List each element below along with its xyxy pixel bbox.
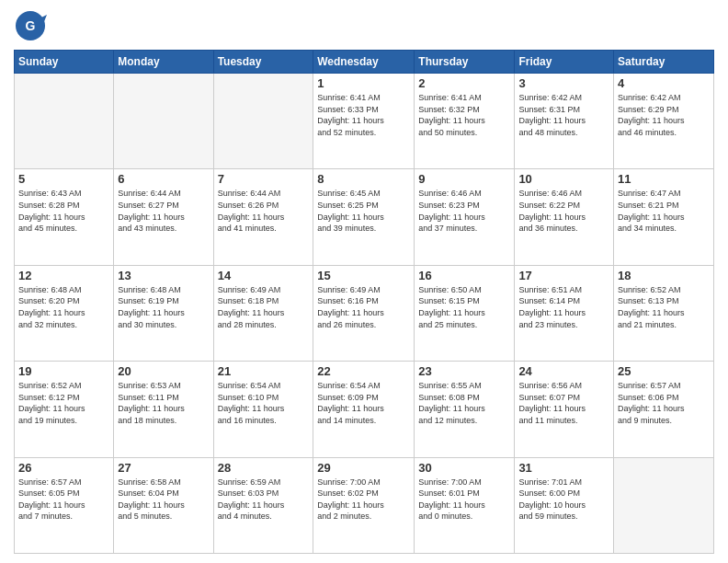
calendar-cell: 13Sunrise: 6:48 AM Sunset: 6:19 PM Dayli… (114, 265, 213, 361)
calendar-cell: 19Sunrise: 6:52 AM Sunset: 6:12 PM Dayli… (15, 362, 114, 457)
week-row-4: 26Sunrise: 6:57 AM Sunset: 6:05 PM Dayli… (15, 457, 714, 553)
week-row-1: 5Sunrise: 6:43 AM Sunset: 6:28 PM Daylig… (15, 169, 714, 265)
day-number: 15 (317, 269, 410, 282)
calendar-cell: 26Sunrise: 6:57 AM Sunset: 6:05 PM Dayli… (15, 457, 114, 553)
calendar-cell: 11Sunrise: 6:47 AM Sunset: 6:21 PM Dayli… (614, 169, 714, 265)
day-number: 30 (418, 461, 510, 475)
day-info: Sunrise: 6:48 AM Sunset: 6:19 PM Dayligh… (118, 284, 209, 330)
day-info: Sunrise: 6:56 AM Sunset: 6:07 PM Dayligh… (518, 380, 609, 426)
calendar-cell: 2Sunrise: 6:41 AM Sunset: 6:32 PM Daylig… (415, 74, 515, 169)
day-info: Sunrise: 6:49 AM Sunset: 6:18 PM Dayligh… (218, 284, 310, 330)
day-info: Sunrise: 6:57 AM Sunset: 6:06 PM Dayligh… (618, 380, 710, 426)
week-row-0: 1Sunrise: 6:41 AM Sunset: 6:33 PM Daylig… (15, 74, 714, 169)
day-number: 5 (18, 172, 109, 186)
calendar-cell: 29Sunrise: 7:00 AM Sunset: 6:02 PM Dayli… (313, 457, 415, 553)
day-info: Sunrise: 6:44 AM Sunset: 6:26 PM Dayligh… (218, 188, 310, 234)
day-number: 6 (118, 172, 209, 186)
day-number: 4 (618, 76, 710, 90)
calendar-cell: 3Sunrise: 6:42 AM Sunset: 6:31 PM Daylig… (515, 74, 614, 169)
day-info: Sunrise: 6:45 AM Sunset: 6:25 PM Dayligh… (317, 188, 410, 234)
day-number: 23 (418, 364, 510, 378)
day-info: Sunrise: 6:42 AM Sunset: 6:31 PM Dayligh… (518, 92, 609, 138)
day-number: 16 (418, 269, 510, 282)
calendar-cell: 6Sunrise: 6:44 AM Sunset: 6:27 PM Daylig… (114, 169, 213, 265)
day-info: Sunrise: 6:51 AM Sunset: 6:14 PM Dayligh… (518, 284, 609, 330)
calendar-cell: 10Sunrise: 6:46 AM Sunset: 6:22 PM Dayli… (515, 169, 614, 265)
day-number: 10 (518, 172, 609, 186)
weekday-header-thursday: Thursday (415, 51, 515, 74)
week-row-3: 19Sunrise: 6:52 AM Sunset: 6:12 PM Dayli… (15, 362, 714, 457)
week-row-2: 12Sunrise: 6:48 AM Sunset: 6:20 PM Dayli… (15, 265, 714, 361)
day-info: Sunrise: 7:00 AM Sunset: 6:01 PM Dayligh… (418, 477, 510, 523)
calendar-cell: 16Sunrise: 6:50 AM Sunset: 6:15 PM Dayli… (415, 265, 515, 361)
day-info: Sunrise: 6:47 AM Sunset: 6:21 PM Dayligh… (618, 188, 710, 234)
day-number: 17 (518, 269, 609, 282)
day-number: 18 (618, 269, 710, 282)
day-number: 2 (418, 76, 510, 90)
day-info: Sunrise: 6:55 AM Sunset: 6:08 PM Dayligh… (418, 380, 510, 426)
day-info: Sunrise: 6:42 AM Sunset: 6:29 PM Dayligh… (618, 92, 710, 138)
calendar-cell: 28Sunrise: 6:59 AM Sunset: 6:03 PM Dayli… (213, 457, 313, 553)
day-info: Sunrise: 6:46 AM Sunset: 6:23 PM Dayligh… (418, 188, 510, 234)
weekday-header-monday: Monday (114, 51, 213, 74)
calendar-cell: 14Sunrise: 6:49 AM Sunset: 6:18 PM Dayli… (213, 265, 313, 361)
calendar-cell: 30Sunrise: 7:00 AM Sunset: 6:01 PM Dayli… (415, 457, 515, 553)
day-info: Sunrise: 6:43 AM Sunset: 6:28 PM Dayligh… (18, 188, 109, 234)
calendar-cell: 8Sunrise: 6:45 AM Sunset: 6:25 PM Daylig… (313, 169, 415, 265)
logo-icon: G (14, 9, 47, 42)
day-info: Sunrise: 6:52 AM Sunset: 6:13 PM Dayligh… (618, 284, 710, 330)
calendar-cell: 31Sunrise: 7:01 AM Sunset: 6:00 PM Dayli… (515, 457, 614, 553)
calendar-cell (614, 457, 714, 553)
calendar-cell: 18Sunrise: 6:52 AM Sunset: 6:13 PM Dayli… (614, 265, 714, 361)
calendar-cell: 17Sunrise: 6:51 AM Sunset: 6:14 PM Dayli… (515, 265, 614, 361)
weekday-header-sunday: Sunday (15, 51, 114, 74)
weekday-header-row: SundayMondayTuesdayWednesdayThursdayFrid… (15, 51, 714, 74)
day-number: 9 (418, 172, 510, 186)
svg-text:G: G (26, 18, 36, 33)
day-number: 13 (118, 269, 209, 282)
day-info: Sunrise: 6:41 AM Sunset: 6:33 PM Dayligh… (317, 92, 410, 138)
weekday-header-tuesday: Tuesday (213, 51, 313, 74)
calendar-cell: 27Sunrise: 6:58 AM Sunset: 6:04 PM Dayli… (114, 457, 213, 553)
day-number: 31 (518, 461, 609, 475)
calendar-cell: 24Sunrise: 6:56 AM Sunset: 6:07 PM Dayli… (515, 362, 614, 457)
weekday-header-saturday: Saturday (614, 51, 714, 74)
day-info: Sunrise: 6:46 AM Sunset: 6:22 PM Dayligh… (518, 188, 609, 234)
logo-area: G (14, 9, 47, 42)
day-number: 14 (218, 269, 310, 282)
calendar-cell (213, 74, 313, 169)
day-info: Sunrise: 6:58 AM Sunset: 6:04 PM Dayligh… (118, 477, 209, 523)
day-number: 29 (317, 461, 410, 475)
calendar-cell: 15Sunrise: 6:49 AM Sunset: 6:16 PM Dayli… (313, 265, 415, 361)
day-number: 22 (317, 364, 410, 378)
day-info: Sunrise: 6:53 AM Sunset: 6:11 PM Dayligh… (118, 380, 209, 426)
day-number: 28 (218, 461, 310, 475)
day-info: Sunrise: 7:00 AM Sunset: 6:02 PM Dayligh… (317, 477, 410, 523)
day-number: 26 (18, 461, 109, 475)
calendar-cell: 21Sunrise: 6:54 AM Sunset: 6:10 PM Dayli… (213, 362, 313, 457)
day-number: 21 (218, 364, 310, 378)
day-info: Sunrise: 6:41 AM Sunset: 6:32 PM Dayligh… (418, 92, 510, 138)
weekday-header-wednesday: Wednesday (313, 51, 415, 74)
calendar-table: SundayMondayTuesdayWednesdayThursdayFrid… (14, 50, 714, 554)
day-number: 24 (518, 364, 609, 378)
day-info: Sunrise: 6:50 AM Sunset: 6:15 PM Dayligh… (418, 284, 510, 330)
calendar-cell: 25Sunrise: 6:57 AM Sunset: 6:06 PM Dayli… (614, 362, 714, 457)
header: G (14, 9, 714, 42)
day-number: 11 (618, 172, 710, 186)
day-info: Sunrise: 6:52 AM Sunset: 6:12 PM Dayligh… (18, 380, 109, 426)
page: G SundayMondayTuesdayWednesdayThursdayFr… (0, 0, 728, 563)
day-info: Sunrise: 6:57 AM Sunset: 6:05 PM Dayligh… (18, 477, 109, 523)
day-number: 25 (618, 364, 710, 378)
day-number: 8 (317, 172, 410, 186)
day-info: Sunrise: 6:44 AM Sunset: 6:27 PM Dayligh… (118, 188, 209, 234)
calendar-cell: 9Sunrise: 6:46 AM Sunset: 6:23 PM Daylig… (415, 169, 515, 265)
day-number: 3 (518, 76, 609, 90)
calendar-cell: 20Sunrise: 6:53 AM Sunset: 6:11 PM Dayli… (114, 362, 213, 457)
day-number: 27 (118, 461, 209, 475)
calendar-cell: 5Sunrise: 6:43 AM Sunset: 6:28 PM Daylig… (15, 169, 114, 265)
calendar-cell: 1Sunrise: 6:41 AM Sunset: 6:33 PM Daylig… (313, 74, 415, 169)
day-info: Sunrise: 6:59 AM Sunset: 6:03 PM Dayligh… (218, 477, 310, 523)
day-number: 20 (118, 364, 209, 378)
weekday-header-friday: Friday (515, 51, 614, 74)
